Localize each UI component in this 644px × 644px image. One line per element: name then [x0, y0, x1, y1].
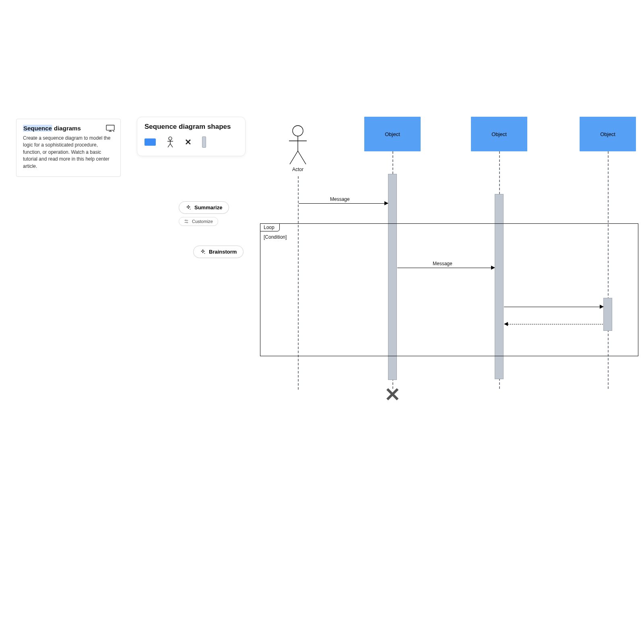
loop-operator-label: Loop [260, 223, 280, 231]
shapes-palette: Sequence diagram shapes ✕ [137, 117, 246, 156]
actor[interactable]: Actor [286, 125, 310, 172]
action-stack: Summarize Customize [179, 201, 229, 226]
svg-point-3 [169, 137, 172, 140]
summarize-label: Summarize [194, 204, 222, 211]
svg-point-13 [204, 253, 205, 254]
svg-point-10 [185, 220, 186, 221]
message-label-1: Message [330, 196, 350, 202]
svg-rect-0 [106, 125, 114, 130]
object-box-1[interactable]: Object [364, 117, 421, 151]
message-arrow-3[interactable] [504, 307, 602, 307]
brainstorm-label: Brainstorm [209, 249, 237, 255]
sliders-icon [184, 219, 189, 224]
svg-line-17 [290, 151, 298, 164]
sparkle-icon [186, 205, 191, 211]
svg-point-8 [190, 208, 191, 209]
svg-line-6 [168, 144, 170, 147]
loop-frame[interactable]: Loop [Condition] [260, 223, 638, 356]
palette-object-shape[interactable] [144, 138, 156, 146]
message-arrow-2[interactable] [397, 268, 493, 268]
svg-point-12 [186, 222, 188, 223]
info-card-title: Sequence diagrams [23, 125, 114, 132]
svg-line-7 [170, 144, 173, 147]
object-box-2[interactable]: Object [471, 117, 527, 151]
arrow-head-2 [491, 266, 495, 270]
info-card: Sequence diagrams Create a sequence diag… [16, 119, 121, 177]
sparkle-icon [200, 249, 206, 255]
brainstorm-button[interactable]: Brainstorm [193, 246, 244, 258]
svg-line-18 [298, 151, 306, 164]
summarize-button[interactable]: Summarize [179, 201, 229, 214]
screen-icon [106, 125, 115, 132]
destroy-icon[interactable]: ✕ [384, 383, 400, 406]
palette-actor-shape[interactable] [166, 136, 174, 148]
object-box-3[interactable]: Object [580, 117, 636, 151]
palette-activation-shape[interactable] [202, 136, 206, 148]
loop-condition: [Condition] [264, 234, 287, 240]
actor-label: Actor [286, 167, 310, 172]
info-card-body: Create a sequence diagram to model the l… [23, 135, 114, 170]
message-arrow-1[interactable] [299, 203, 386, 204]
arrow-head-3 [600, 305, 604, 309]
customize-label: Customize [192, 219, 213, 224]
info-card-title-highlight: Sequence [23, 125, 52, 132]
customize-button[interactable]: Customize [179, 217, 218, 226]
sequence-diagram: Actor Object Object Object Message Loop … [0, 0, 644, 402]
svg-point-14 [293, 126, 303, 136]
message-label-2: Message [433, 261, 452, 266]
shapes-palette-title: Sequence diagram shapes [144, 123, 238, 131]
arrow-head-1 [384, 201, 388, 205]
palette-destroy-shape[interactable]: ✕ [185, 137, 192, 147]
return-arrow[interactable] [508, 324, 603, 324]
arrow-head-return [504, 322, 508, 326]
